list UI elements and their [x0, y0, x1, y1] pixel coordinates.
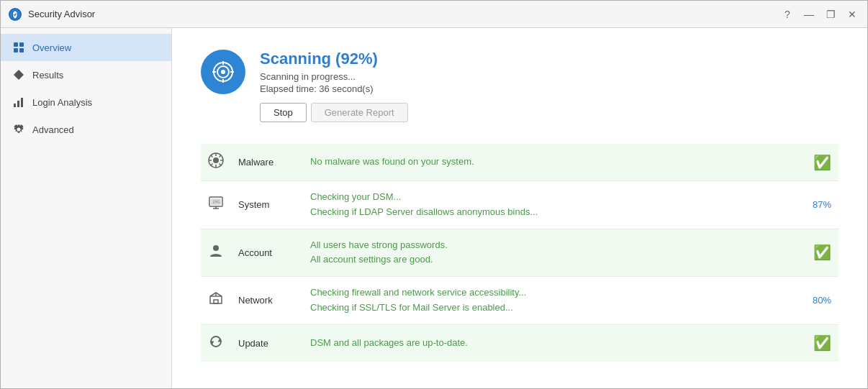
minimize-button[interactable]: —	[801, 6, 817, 22]
sidebar-item-advanced[interactable]: Advanced	[1, 116, 171, 143]
scan-status-line1: Scanning in progress...	[260, 71, 838, 82]
system-label: System	[231, 181, 303, 229]
malware-status: No malware was found on your system.	[303, 144, 757, 181]
svg-text:IMG: IMG	[212, 199, 220, 204]
app-window: Security Advisor ? — ❐ ✕ Overview	[0, 0, 868, 389]
network-icon	[201, 277, 231, 325]
svg-line-23	[220, 164, 222, 166]
account-icon	[201, 229, 231, 277]
table-row: Network Checking firewall and network se…	[201, 277, 838, 325]
account-label: Account	[231, 229, 303, 277]
app-title: Security Advisor	[28, 9, 774, 19]
account-result: ✅	[757, 229, 838, 277]
malware-label: Malware	[231, 144, 303, 181]
sidebar-item-advanced-label: Advanced	[32, 124, 74, 135]
svg-point-11	[221, 70, 225, 74]
system-status: Checking your DSM... Checking if LDAP Se…	[303, 181, 757, 229]
stop-button[interactable]: Stop	[260, 103, 307, 122]
account-status: All users have strong passwords. All acc…	[303, 229, 757, 277]
sidebar-item-results[interactable]: Results	[1, 61, 171, 88]
sidebar-item-login-label: Login Analysis	[32, 97, 92, 108]
update-check-icon: ✅	[813, 335, 831, 351]
svg-rect-5	[19, 48, 24, 52]
app-icon	[8, 7, 22, 22]
sidebar-item-login-analysis[interactable]: Login Analysis	[1, 88, 171, 116]
malware-icon	[201, 144, 231, 181]
svg-point-31	[213, 245, 219, 251]
svg-rect-3	[19, 42, 24, 47]
svg-point-17	[213, 157, 219, 163]
titlebar: Security Advisor ? — ❐ ✕	[1, 1, 867, 28]
svg-rect-4	[14, 48, 18, 52]
system-icon: IMG	[201, 181, 231, 229]
content-area: Overview Results Login A	[1, 28, 867, 388]
advanced-icon	[12, 123, 25, 136]
scan-buttons: Stop Generate Report	[260, 103, 838, 122]
login-analysis-icon	[12, 96, 25, 109]
maximize-button[interactable]: ❐	[823, 6, 838, 22]
window-controls: ? — ❐ ✕	[779, 6, 860, 22]
sidebar-item-overview-label: Overview	[32, 42, 71, 53]
close-button[interactable]: ✕	[844, 6, 860, 22]
results-icon	[12, 68, 25, 81]
malware-result: ✅	[757, 144, 838, 181]
table-row: Update DSM and all packages are up-to-da…	[201, 324, 838, 362]
account-check-icon: ✅	[813, 244, 831, 260]
sidebar-item-results-label: Results	[32, 70, 63, 81]
svg-line-25	[211, 164, 213, 166]
update-status: DSM and all packages are up-to-date.	[303, 324, 757, 362]
network-status: Checking firewall and network service ac…	[303, 277, 757, 325]
generate-report-button[interactable]: Generate Report	[311, 103, 408, 122]
help-button[interactable]: ?	[779, 6, 795, 22]
svg-rect-2	[14, 42, 18, 47]
sidebar: Overview Results Login A	[1, 28, 172, 388]
scan-info: Scanning (92%) Scanning in progress... E…	[260, 50, 838, 122]
overview-icon	[12, 41, 25, 54]
svg-rect-8	[21, 98, 23, 107]
scan-header: Scanning (92%) Scanning in progress... E…	[201, 50, 838, 122]
svg-rect-6	[14, 104, 16, 107]
update-result: ✅	[757, 324, 838, 362]
update-icon	[201, 324, 231, 362]
svg-rect-34	[214, 300, 218, 303]
network-result: 80%	[757, 277, 838, 325]
table-row: Malware No malware was found on your sys…	[201, 144, 838, 181]
scan-circle-icon	[201, 50, 245, 94]
malware-check-icon: ✅	[813, 155, 831, 170]
network-label: Network	[231, 277, 303, 325]
scan-elapsed: Elapsed time: 36 second(s)	[260, 83, 838, 94]
system-result: 87%	[757, 181, 838, 229]
svg-rect-7	[17, 101, 19, 107]
update-label: Update	[231, 324, 303, 362]
main-content: Scanning (92%) Scanning in progress... E…	[172, 28, 867, 388]
scan-table: Malware No malware was found on your sys…	[201, 144, 838, 362]
table-row: IMG System Checking your DSM... Checking…	[201, 181, 838, 229]
sidebar-item-overview[interactable]: Overview	[1, 34, 171, 61]
svg-line-24	[220, 155, 222, 157]
scan-title: Scanning (92%)	[260, 50, 838, 68]
table-row: Account All users have strong passwords.…	[201, 229, 838, 277]
svg-line-22	[211, 155, 213, 157]
